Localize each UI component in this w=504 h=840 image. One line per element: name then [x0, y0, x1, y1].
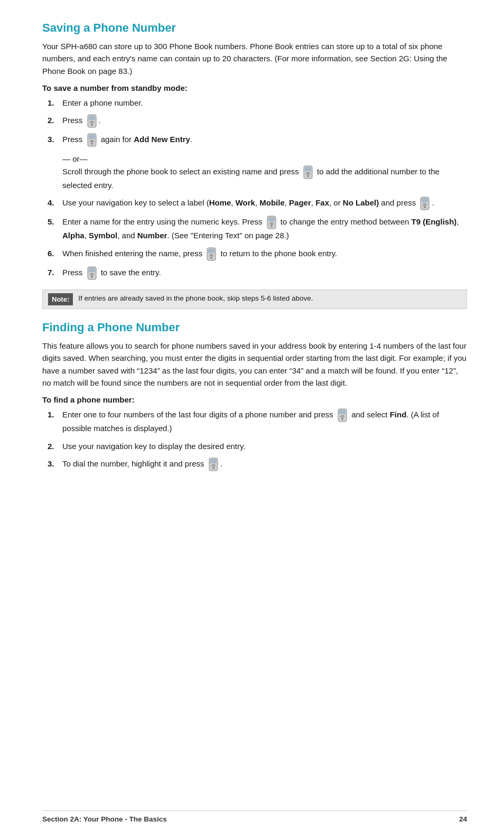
svg-point-2	[91, 124, 93, 126]
step-num-1: 1.	[48, 97, 62, 109]
svg-rect-6	[89, 135, 95, 139]
svg-rect-44	[211, 465, 216, 466]
saving-step-5: 5. Enter a name for the entry using the …	[48, 216, 467, 241]
note-label: Note:	[48, 293, 73, 306]
finding-section: Finding a Phone Number This feature allo…	[42, 321, 467, 471]
label-work: Work	[236, 198, 255, 207]
svg-rect-31	[89, 268, 95, 272]
finding-section-title: Finding a Phone Number	[42, 321, 467, 334]
find-step-content-1: Enter one to four numbers of the last fo…	[62, 408, 467, 434]
finding-step-1: 1. Enter one to four numbers of the last…	[48, 408, 467, 434]
saving-section-title: Saving a Phone Number	[42, 21, 467, 35]
step-content-3: Press again for Add New Entry.	[62, 133, 467, 147]
note-text: If entries are already saved in the phon…	[78, 293, 313, 304]
svg-rect-34	[90, 274, 94, 275]
label-mobile: Mobile	[259, 198, 285, 207]
svg-point-17	[424, 206, 426, 208]
saving-step-4: 4. Use your navigation key to select a l…	[48, 197, 467, 210]
method-t9: T9 (English)	[412, 217, 457, 226]
step3-bold: Add New Entry	[134, 135, 190, 144]
svg-rect-36	[339, 410, 346, 414]
phone-icon-find1	[337, 408, 348, 422]
svg-rect-38	[341, 415, 344, 416]
phone-icon-step2	[86, 114, 98, 128]
svg-point-22	[270, 225, 273, 227]
finding-subsection-label: To find a phone number:	[42, 395, 467, 404]
note-box: Note: If entries are already saved in th…	[42, 290, 467, 310]
svg-rect-33	[90, 273, 94, 274]
label-nolabel: No Label)	[343, 198, 379, 207]
step-content-4: Use your navigation key to select a labe…	[62, 197, 467, 210]
phone-icon-step7	[86, 266, 98, 280]
saving-steps-list: 1. Enter a phone number. 2. Press	[48, 97, 467, 147]
svg-rect-23	[270, 222, 273, 223]
find-step-num-1: 1.	[48, 408, 62, 421]
svg-rect-39	[340, 417, 344, 418]
svg-rect-28	[210, 254, 213, 255]
svg-point-32	[91, 276, 93, 278]
svg-rect-26	[208, 249, 214, 253]
saving-step-2: 2. Press .	[48, 114, 467, 128]
find-step-content-2: Use your navigation key to display the d…	[62, 440, 467, 452]
label-fax: Fax	[315, 198, 329, 207]
svg-rect-29	[209, 255, 213, 256]
phone-icon-step6	[206, 247, 217, 261]
svg-rect-43	[212, 464, 215, 465]
svg-rect-24	[269, 224, 274, 225]
or-continuation: Scroll through the phone book to select …	[62, 165, 467, 191]
saving-subsection-label: To save a number from standby mode:	[42, 83, 467, 92]
method-alpha: Alpha	[62, 231, 85, 240]
step-num-6: 6.	[48, 247, 62, 259]
finding-steps-list: 1. Enter one to four numbers of the last…	[48, 408, 467, 471]
phone-icon-step3a	[86, 133, 98, 147]
svg-rect-3	[90, 121, 94, 122]
svg-rect-41	[210, 459, 217, 463]
step-content-5: Enter a name for the entry using the num…	[62, 216, 467, 241]
find-step-num-2: 2.	[48, 440, 62, 452]
svg-point-37	[341, 418, 343, 420]
method-number: Number	[137, 231, 167, 240]
step-content-1: Enter a phone number.	[62, 97, 467, 109]
step-content-7: Press to save the entry.	[62, 266, 467, 280]
svg-point-12	[307, 175, 309, 177]
svg-rect-18	[423, 203, 426, 204]
svg-rect-13	[306, 172, 310, 173]
step-num-5: 5.	[48, 216, 62, 228]
svg-rect-4	[90, 123, 94, 124]
phone-icon-or	[302, 165, 314, 179]
svg-rect-14	[306, 174, 310, 175]
saving-step-7: 7. Press to save the entry.	[48, 266, 467, 280]
footer-left: Section 2A: Your Phone - The Basics	[42, 815, 167, 823]
svg-rect-9	[90, 142, 94, 143]
phone-icon-step4	[419, 197, 431, 210]
phone-icon-find3	[208, 458, 219, 471]
step-content-6: When finished entering the name, press t…	[62, 247, 467, 261]
svg-rect-11	[305, 167, 311, 171]
finding-step-3: 3. To dial the number, highlight it and …	[48, 458, 467, 471]
svg-rect-8	[90, 140, 94, 141]
saving-intro-text: Your SPH-a680 can store up to 300 Phone …	[42, 40, 467, 77]
footer-right: 24	[459, 815, 467, 823]
svg-point-42	[212, 467, 214, 469]
saving-step-3: 3. Press again for Add New Entry.	[48, 133, 467, 147]
step-num-7: 7.	[48, 266, 62, 278]
saving-section: Saving a Phone Number Your SPH-a680 can …	[42, 21, 467, 309]
phone-icon-step5	[266, 216, 277, 229]
finding-intro-text: This feature allows you to search for ph…	[42, 340, 467, 389]
svg-rect-16	[422, 198, 428, 202]
svg-rect-19	[423, 205, 427, 206]
finding-step-2: 2. Use your navigation key to display th…	[48, 440, 467, 452]
label-home: Home	[209, 198, 231, 207]
svg-rect-21	[268, 217, 275, 221]
step-num-2: 2.	[48, 114, 62, 126]
footer: Section 2A: Your Phone - The Basics 24	[42, 810, 467, 823]
svg-rect-1	[89, 116, 95, 120]
svg-point-27	[210, 257, 212, 259]
find-step-content-3: To dial the number, highlight it and pre…	[62, 458, 467, 471]
step-content-2: Press .	[62, 114, 467, 128]
or-line: — or—	[62, 154, 467, 163]
step-num-4: 4.	[48, 197, 62, 209]
method-symbol: Symbol	[89, 231, 117, 240]
find-step-num-3: 3.	[48, 458, 62, 470]
saving-step-1: 1. Enter a phone number.	[48, 97, 467, 109]
